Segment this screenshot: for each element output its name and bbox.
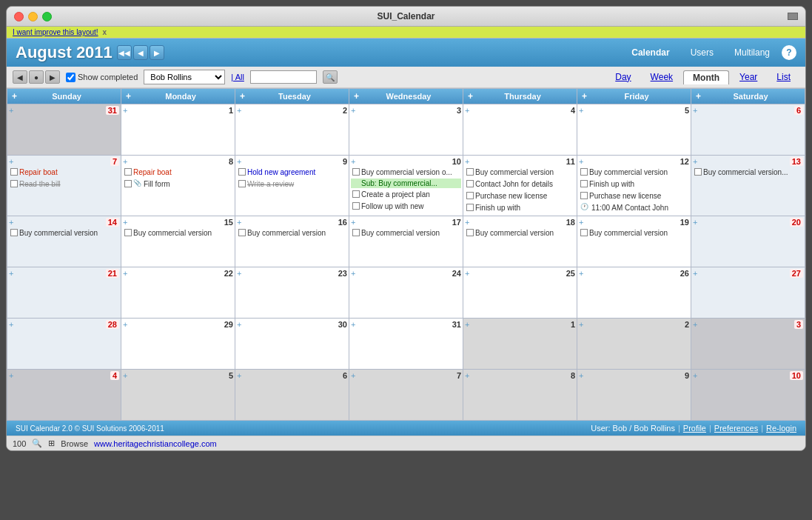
minimize-button[interactable] xyxy=(28,12,38,21)
event-buy-commercial-tue2[interactable]: Buy commercial version xyxy=(237,227,347,239)
day-cell-aug19[interactable]: +19 Buy commercial version xyxy=(577,216,691,267)
resize-icon[interactable] xyxy=(788,13,798,20)
day-cell-sep9[interactable]: +9 xyxy=(577,370,691,420)
event-finish-up-fri[interactable]: Finish up with xyxy=(579,179,689,190)
day-cell-aug29[interactable]: +29 xyxy=(121,319,235,369)
saturday-plus[interactable]: + xyxy=(696,91,701,101)
event-contact-john[interactable]: Contact John for details xyxy=(465,179,575,190)
day-cell-aug31-prev[interactable]: +31 xyxy=(7,104,121,155)
event-buy-commercial-thu2[interactable]: Buy commercial version xyxy=(465,227,575,239)
event-create-project[interactable]: Create a project plan xyxy=(351,189,461,200)
maximize-button[interactable] xyxy=(42,12,52,21)
tab-year[interactable]: Year xyxy=(731,70,766,84)
event-follow-up[interactable]: Follow up with new xyxy=(351,201,461,212)
nav-users[interactable]: Users xyxy=(682,45,722,60)
nav-prev-button[interactable]: ◀ xyxy=(133,45,148,60)
event-buy-commercial-mon2[interactable]: Buy commercial version xyxy=(123,227,233,239)
tab-month[interactable]: Month xyxy=(683,70,729,84)
day-cell-aug15[interactable]: +15 Buy commercial version xyxy=(121,216,235,267)
day-cell-aug9[interactable]: +9 Hold new agreement Write a review xyxy=(235,156,349,216)
day-cell-aug25[interactable]: +25 xyxy=(463,267,577,318)
user-select[interactable]: Bob Rollins xyxy=(144,70,225,84)
close-button[interactable] xyxy=(14,12,24,21)
sunday-plus[interactable]: + xyxy=(12,91,17,101)
day-cell-aug14[interactable]: +14 Buy commercial version xyxy=(7,216,121,267)
footer-profile-link[interactable]: Profile xyxy=(683,424,706,433)
wednesday-plus[interactable]: + xyxy=(354,91,359,101)
day-cell-aug5[interactable]: +5 xyxy=(577,104,691,155)
day-cell-sep7[interactable]: +7 xyxy=(349,370,463,420)
event-finish-up-thu[interactable]: Finish up with xyxy=(465,202,575,213)
day-cell-aug10[interactable]: +10 Buy commercial version o... Sub: Buy… xyxy=(349,156,463,216)
toolbar-next-button[interactable]: ▶ xyxy=(45,70,60,84)
day-cell-aug30[interactable]: +30 xyxy=(235,319,349,369)
all-link[interactable]: | All xyxy=(231,73,244,81)
tab-day[interactable]: Day xyxy=(606,70,640,84)
event-read-bill[interactable]: Read the bill xyxy=(9,179,119,190)
event-write-review[interactable]: Write a review xyxy=(237,179,347,190)
day-cell-sep10[interactable]: +10 xyxy=(691,370,805,420)
day-cell-aug21[interactable]: +21 xyxy=(7,267,121,318)
day-cell-aug27[interactable]: +27 xyxy=(691,267,805,318)
nav-calendar[interactable]: Calendar xyxy=(623,45,678,60)
day-cell-aug16[interactable]: +16 Buy commercial version xyxy=(235,216,349,267)
day-cell-aug11[interactable]: +11 Buy commercial version Contact John … xyxy=(463,156,577,216)
day-cell-aug7[interactable]: +7 Repair boat Read the bill xyxy=(7,156,121,216)
friday-plus[interactable]: + xyxy=(582,91,587,101)
event-purchase-license-thu[interactable]: Purchase new license xyxy=(465,190,575,201)
day-cell-sep4[interactable]: +4 xyxy=(7,370,121,420)
event-buy-commercial-fri2[interactable]: Buy commercial version xyxy=(579,227,689,239)
footer-preferences-link[interactable]: Preferences xyxy=(714,424,758,433)
day-cell-aug18[interactable]: +18 Buy commercial version xyxy=(463,216,577,267)
thursday-plus[interactable]: + xyxy=(468,91,473,101)
event-buy-commercial-sun2[interactable]: Buy commercial version xyxy=(9,227,119,239)
day-cell-aug4[interactable]: +4 xyxy=(463,104,577,155)
show-completed-checkbox[interactable] xyxy=(66,73,76,82)
day-cell-aug2[interactable]: +2 xyxy=(235,104,349,155)
day-cell-aug20[interactable]: +20 xyxy=(691,216,805,267)
day-cell-aug13[interactable]: +13 Buy commercial version... xyxy=(691,156,805,216)
day-cell-sep3[interactable]: +3 xyxy=(691,319,805,369)
event-buy-commercial-wed[interactable]: Buy commercial version o... xyxy=(351,167,461,178)
toolbar-today-button[interactable]: ● xyxy=(29,70,44,84)
event-purchase-license-fri[interactable]: Purchase new license xyxy=(579,190,689,201)
nav-multilang[interactable]: Multilang xyxy=(725,45,779,60)
day-cell-sep5[interactable]: +5 xyxy=(121,370,235,420)
day-cell-aug12[interactable]: +12 Buy commercial version Finish up wit… xyxy=(577,156,691,216)
day-cell-aug17[interactable]: +17 Buy commercial version xyxy=(349,216,463,267)
day-cell-aug31[interactable]: +31 xyxy=(349,319,463,369)
improve-close[interactable]: x xyxy=(103,28,107,36)
event-contact-john-time[interactable]: 🕐11:00 AM Contact John xyxy=(579,202,689,213)
tab-list[interactable]: List xyxy=(768,70,799,84)
event-repair-boat-mon[interactable]: Repair boat xyxy=(123,167,233,178)
day-cell-aug24[interactable]: +24 xyxy=(349,267,463,318)
day-cell-aug23[interactable]: +23 xyxy=(235,267,349,318)
day-cell-aug3[interactable]: +3 xyxy=(349,104,463,155)
nav-prev-prev-button[interactable]: ◀◀ xyxy=(117,45,132,60)
event-repair-boat-sun[interactable]: Repair boat xyxy=(9,167,119,178)
toolbar-prev-button[interactable]: ◀ xyxy=(13,70,27,84)
monday-plus[interactable]: + xyxy=(126,91,131,101)
day-cell-aug22[interactable]: +22 xyxy=(121,267,235,318)
sub-event-buy-commercial[interactable]: Sub: Buy commercial... xyxy=(351,179,461,188)
event-buy-commercial-thu[interactable]: Buy commercial version xyxy=(465,167,575,178)
search-button[interactable]: 🔍 xyxy=(323,70,338,84)
day-cell-aug26[interactable]: +26 xyxy=(577,267,691,318)
day-cell-aug28[interactable]: +28 xyxy=(7,319,121,369)
day-cell-sep2[interactable]: +2 xyxy=(577,319,691,369)
tab-week[interactable]: Week xyxy=(642,70,682,84)
event-fill-form[interactable]: 📎Fill form xyxy=(123,179,233,190)
event-buy-commercial-fri[interactable]: Buy commercial version xyxy=(579,167,689,178)
day-cell-aug8[interactable]: +8 Repair boat 📎Fill form xyxy=(121,156,235,216)
day-cell-aug1[interactable]: +1 xyxy=(121,104,235,155)
search-input[interactable] xyxy=(250,70,317,84)
event-hold-agreement[interactable]: Hold new agreement xyxy=(237,167,347,178)
help-button[interactable]: ? xyxy=(782,45,796,60)
day-cell-sep1[interactable]: +1 xyxy=(463,319,577,369)
day-cell-sep8[interactable]: +8 xyxy=(463,370,577,420)
event-buy-commercial-sat[interactable]: Buy commercial version... xyxy=(693,167,803,178)
event-buy-commercial-wed2[interactable]: Buy commercial version xyxy=(351,227,461,239)
footer-relogin-link[interactable]: Re-login xyxy=(766,424,796,433)
day-cell-aug6[interactable]: +6 xyxy=(691,104,805,155)
nav-next-button[interactable]: ▶ xyxy=(150,45,164,60)
